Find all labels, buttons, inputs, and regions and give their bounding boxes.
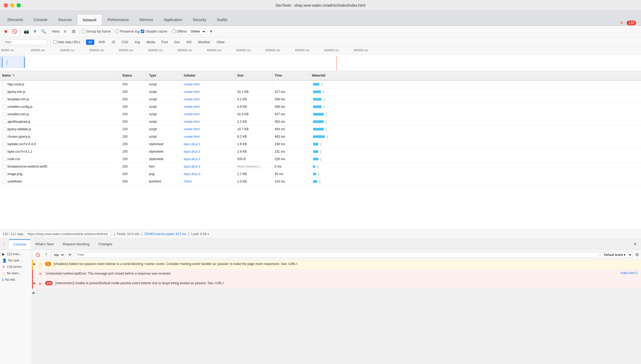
initiator-cell[interactable]: layui.all.js:3 bbox=[182, 170, 235, 177]
initiator-link[interactable]: create.html bbox=[184, 97, 200, 101]
tab-console[interactable]: Console bbox=[28, 14, 53, 25]
filter-type-media[interactable]: Media bbox=[144, 39, 158, 45]
initiator-link[interactable]: create.html bbox=[184, 135, 200, 139]
console-sidebar-warnings[interactable]: △ No warn... bbox=[0, 270, 32, 276]
initiator-cell[interactable]: Other bbox=[182, 178, 235, 185]
group-by-frame-checkbox[interactable] bbox=[82, 30, 85, 33]
table-row[interactable]: laydate.css?v=5.0.9200stylesheetlayui.al… bbox=[0, 140, 641, 148]
record-button[interactable]: ⏺ bbox=[2, 28, 10, 35]
initiator-cell[interactable]: create.html bbox=[182, 103, 235, 110]
context-select[interactable]: top bbox=[51, 252, 65, 258]
table-row[interactable]: image.png200pnglayui.all.js:31.7 KB35 ms… bbox=[0, 170, 641, 178]
table-row[interactable]: chosen.jquery.js200scriptcreate.html8.2 … bbox=[0, 133, 641, 140]
console-sidebar-info[interactable]: ℹ No info bbox=[0, 276, 32, 283]
initiator-cell[interactable]: create.html bbox=[182, 81, 235, 88]
close-button[interactable] bbox=[4, 3, 8, 7]
initiator-link[interactable]: layui.all.js:3 bbox=[184, 165, 200, 168]
preserve-log-checkbox[interactable] bbox=[115, 30, 119, 33]
filter-type-img[interactable]: Img bbox=[132, 39, 142, 45]
tab-performance[interactable]: Performance bbox=[102, 14, 134, 25]
console-clear-button[interactable]: 🚫 bbox=[34, 251, 41, 258]
initiator-cell[interactable]: layui.all.js:2 bbox=[182, 140, 235, 148]
throttle-select[interactable]: Online bbox=[188, 29, 206, 34]
table-row[interactable]: layer.css?v=3.1.1200stylesheetlayui.all.… bbox=[0, 148, 641, 155]
tab-console-bottom[interactable]: Console bbox=[9, 239, 30, 249]
filter-type-doc[interactable]: Doc bbox=[172, 39, 182, 45]
maximize-button[interactable] bbox=[17, 3, 21, 7]
dom-content-link[interactable]: DOMContentLoaded: 812 ms bbox=[144, 232, 186, 236]
table-row[interactable]: jquery.min.js200scriptcreate.html32.1 KB… bbox=[0, 88, 641, 96]
console-settings-icon[interactable]: ⚙ bbox=[635, 252, 639, 257]
table-row[interactable]: undefined200text/htmlOther1.0 KB124 ms| bbox=[0, 178, 641, 185]
expand-arrow[interactable]: ▶ bbox=[32, 290, 37, 296]
initiator-link[interactable]: create.html bbox=[184, 127, 200, 131]
initiator-link[interactable]: create.html bbox=[184, 120, 200, 124]
hide-data-urls-checkbox[interactable] bbox=[53, 40, 57, 44]
tab-changes[interactable]: Changes bbox=[94, 239, 116, 249]
filter-type-ws[interactable]: WS bbox=[184, 39, 194, 45]
view-list-icon[interactable]: ≡ bbox=[61, 28, 69, 35]
console-row-expand[interactable]: ▶ bbox=[32, 289, 641, 298]
initiator-cell[interactable]: layui.all.js:3 bbox=[182, 163, 235, 170]
table-row[interactable]: jquery.validate.js200scriptcreate.html10… bbox=[0, 125, 641, 133]
initiator-link[interactable]: layui.all.js:3 bbox=[184, 172, 200, 176]
initiator-cell[interactable]: create.html bbox=[182, 88, 235, 95]
filter-toggle[interactable]: ⛛ bbox=[31, 28, 39, 35]
filter-type-css[interactable]: CSS bbox=[119, 39, 131, 45]
initiator-cell[interactable]: create.html bbox=[182, 110, 235, 118]
table-row[interactable]: fontawesome-webfont.woff2200fontlayui.al… bbox=[0, 163, 641, 170]
filter-input[interactable] bbox=[2, 39, 48, 45]
timeline-chart[interactable] bbox=[0, 54, 641, 71]
camera-button[interactable]: 📷 bbox=[23, 28, 30, 35]
filter-type-all[interactable]: All bbox=[86, 39, 94, 45]
timeline[interactable]: 50000 ms100000 ms150000 ms200000 ms25000… bbox=[0, 47, 641, 71]
table-row[interactable]: ajaxfileupload.js200scriptcreate.html2.2… bbox=[0, 118, 641, 125]
minimize-button[interactable] bbox=[10, 3, 14, 7]
expand-error[interactable] bbox=[33, 271, 38, 273]
bottom-panel-menu[interactable]: ⋮ bbox=[2, 242, 6, 247]
th-status[interactable]: Status bbox=[120, 71, 147, 80]
tab-elements[interactable]: Elements bbox=[2, 14, 28, 25]
initiator-link[interactable]: create.html bbox=[184, 90, 200, 94]
console-row-intervention[interactable]: ▶ ⏵ 115 [Intervention] Unable to prevent… bbox=[32, 279, 641, 289]
filter-type-manifest[interactable]: Manifest bbox=[196, 39, 213, 45]
table-row[interactable]: http.runat.js200scriptcreate.html| bbox=[0, 81, 641, 88]
tab-request-blocking[interactable]: Request blocking bbox=[58, 239, 94, 249]
search-button[interactable]: 🔍 bbox=[40, 28, 47, 35]
close-bottom-panel[interactable]: ✕ bbox=[631, 240, 639, 248]
initiator-link[interactable]: create.html bbox=[184, 105, 200, 109]
console-sidebar-errors[interactable]: ✕ 116 errors bbox=[0, 264, 32, 270]
console-sidebar-messages[interactable]: ▶ 122 mes... bbox=[0, 251, 32, 257]
th-time[interactable]: Time bbox=[272, 71, 310, 80]
table-row[interactable]: template.min.js200scriptcreate.html4.2 K… bbox=[0, 96, 641, 103]
console-top-button[interactable]: ⊤ bbox=[43, 251, 50, 258]
initiator-link[interactable]: create.html bbox=[184, 112, 200, 116]
throttle-arrow[interactable]: ▾ bbox=[207, 28, 215, 35]
th-size[interactable]: Size bbox=[235, 71, 272, 80]
expand-violation[interactable]: ▶ bbox=[33, 261, 38, 267]
tab-whats-new[interactable]: What's New bbox=[31, 239, 58, 249]
initiator-cell[interactable]: layui.all.js:2 bbox=[182, 155, 235, 163]
console-sidebar-nouser[interactable]: 👤 No user ... bbox=[0, 257, 32, 264]
filter-type-other[interactable]: Other bbox=[214, 39, 227, 45]
initiator-cell[interactable]: create.html bbox=[182, 118, 235, 125]
initiator-link[interactable]: layui.all.js:2 bbox=[184, 157, 200, 161]
disable-cache-checkbox[interactable] bbox=[141, 30, 144, 33]
tab-memory[interactable]: Memory bbox=[134, 14, 159, 25]
initiator-link[interactable]: Other bbox=[184, 180, 192, 183]
initiator-cell[interactable]: layui.all.js:2 bbox=[182, 148, 235, 155]
initiator-link[interactable]: layui.all.js:2 bbox=[184, 142, 200, 146]
offline-checkbox[interactable] bbox=[172, 30, 175, 33]
console-row-error[interactable]: ✕ Unchecked runtime.lastError: The messa… bbox=[32, 270, 641, 279]
tab-network[interactable]: Network bbox=[77, 14, 102, 25]
initiator-cell[interactable]: create.html bbox=[182, 125, 235, 133]
tab-sources[interactable]: Sources bbox=[53, 14, 77, 25]
error-source-link[interactable]: index.html:1 bbox=[620, 271, 641, 275]
initiator-cell[interactable]: create.html bbox=[182, 133, 235, 140]
table-row[interactable]: umeditor.min.js200scriptcreate.html41.4 … bbox=[0, 110, 641, 118]
console-row-violation[interactable]: ▶ ⚠ 6 [Violation] Added non-passive even… bbox=[32, 260, 641, 270]
clear-button[interactable]: 🚫 bbox=[11, 28, 18, 35]
tab-security[interactable]: Security bbox=[187, 14, 212, 25]
th-type[interactable]: Type bbox=[147, 71, 182, 80]
table-row[interactable]: umeditor.config.js200scriptcreate.html4.… bbox=[0, 103, 641, 110]
